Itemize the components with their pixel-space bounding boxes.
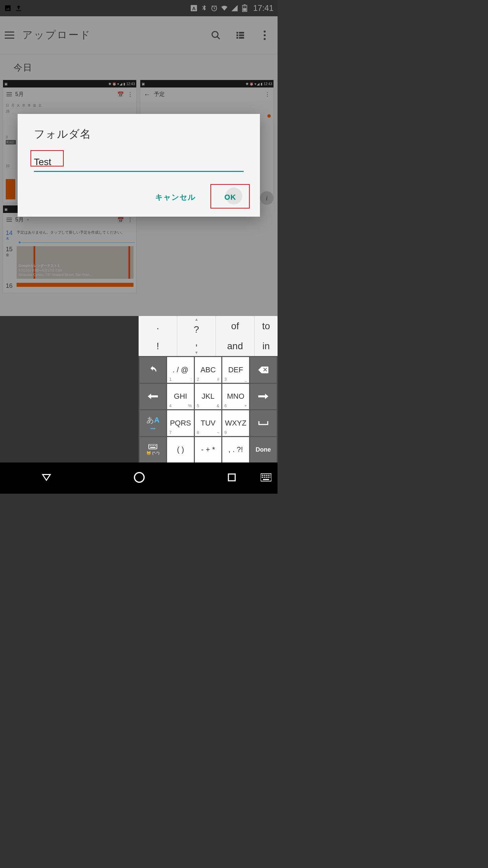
recents-button[interactable] bbox=[227, 472, 237, 484]
ripple-effect bbox=[225, 188, 242, 204]
svg-rect-19 bbox=[150, 447, 156, 448]
key-paren[interactable]: ( ) bbox=[167, 437, 194, 463]
mode-key[interactable]: あA••• bbox=[140, 410, 166, 436]
right-key[interactable] bbox=[250, 384, 277, 410]
suggestion-bar: .! ▲?,▼ ofand toin bbox=[139, 316, 278, 356]
space-key[interactable] bbox=[250, 410, 277, 436]
svg-rect-30 bbox=[266, 477, 267, 478]
key-ghi[interactable]: GHI4% bbox=[167, 384, 194, 410]
key-jkl[interactable]: JKL5& bbox=[195, 384, 221, 410]
svg-rect-21 bbox=[228, 474, 235, 481]
dialog-title: フォルダ名 bbox=[34, 127, 244, 142]
svg-rect-14 bbox=[149, 444, 157, 449]
keyboard-area: .! ▲?,▼ ofand toin . / @1: ABC2# DEF3_ G… bbox=[0, 316, 278, 462]
done-key[interactable]: Done bbox=[250, 437, 277, 463]
cancel-button[interactable]: キャンセル bbox=[148, 188, 203, 207]
suggestion-col-4[interactable]: toin bbox=[254, 316, 278, 356]
svg-rect-31 bbox=[268, 477, 269, 478]
key-math[interactable]: - + * bbox=[195, 437, 221, 463]
folder-name-input[interactable] bbox=[34, 155, 244, 172]
nav-bar bbox=[0, 462, 278, 494]
key-pqrs[interactable]: PQRS7 bbox=[167, 410, 194, 436]
backspace-key[interactable] bbox=[250, 357, 277, 383]
left-key[interactable] bbox=[140, 384, 166, 410]
key-def[interactable]: DEF3_ bbox=[222, 357, 249, 383]
svg-rect-28 bbox=[262, 477, 263, 478]
keyboard-grid: . / @1: ABC2# DEF3_ GHI4% JKL5& MNO6+ あA… bbox=[139, 356, 278, 462]
emoji-key[interactable]: 😸 (^-^) bbox=[140, 437, 166, 463]
suggestion-col-2[interactable]: ▲?,▼ bbox=[177, 316, 216, 356]
key-wxyz[interactable]: WXYZ9 bbox=[222, 410, 249, 436]
svg-rect-26 bbox=[268, 475, 269, 476]
svg-rect-23 bbox=[262, 475, 263, 476]
svg-rect-15 bbox=[150, 445, 151, 446]
svg-rect-16 bbox=[151, 445, 152, 446]
ime-switch-button[interactable] bbox=[261, 473, 271, 483]
suggestion-col-1[interactable]: .! bbox=[139, 316, 177, 356]
svg-rect-25 bbox=[266, 475, 267, 476]
svg-rect-27 bbox=[269, 475, 270, 476]
key-mno[interactable]: MNO6+ bbox=[222, 384, 249, 410]
svg-rect-32 bbox=[269, 477, 270, 478]
svg-rect-18 bbox=[155, 445, 156, 446]
key-punct[interactable]: , . ?! bbox=[222, 437, 249, 463]
svg-rect-17 bbox=[153, 445, 154, 446]
key-tuv[interactable]: TUV8~ bbox=[195, 410, 221, 436]
svg-rect-29 bbox=[264, 477, 265, 478]
undo-key[interactable] bbox=[140, 357, 166, 383]
home-button[interactable] bbox=[134, 472, 145, 485]
svg-rect-33 bbox=[263, 479, 269, 480]
svg-rect-24 bbox=[264, 475, 265, 476]
svg-point-20 bbox=[135, 473, 144, 482]
suggestion-col-3[interactable]: ofand bbox=[216, 316, 254, 356]
back-button[interactable] bbox=[41, 472, 52, 485]
key-at[interactable]: . / @1: bbox=[167, 357, 194, 383]
folder-name-dialog: フォルダ名 キャンセル OK bbox=[18, 114, 260, 217]
key-abc[interactable]: ABC2# bbox=[195, 357, 221, 383]
